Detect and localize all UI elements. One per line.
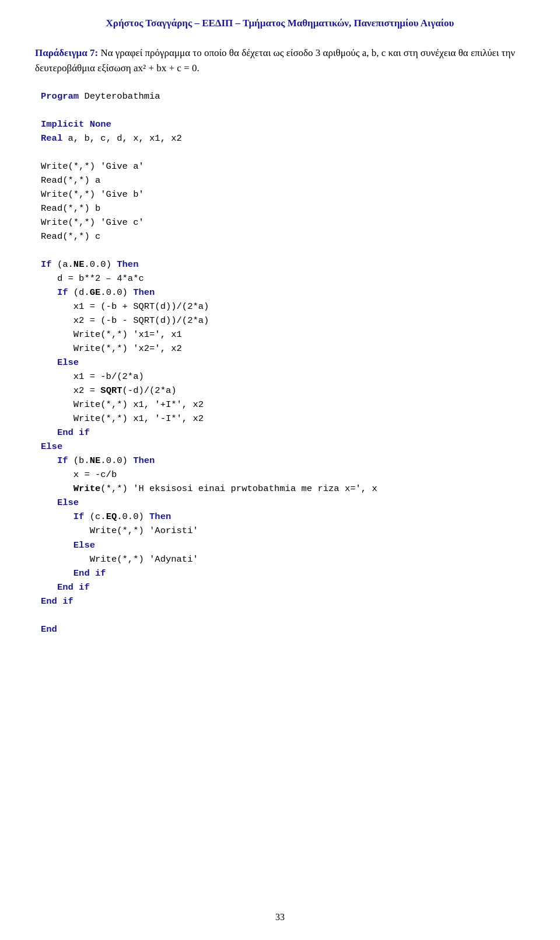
- code-section: Program Deyterobathmia Implicit None Rea…: [41, 89, 525, 636]
- else-1-line: Else: [41, 356, 525, 370]
- write-b-line: Write(*,*) 'Give b': [41, 187, 525, 201]
- ne-keyword-2: NE: [90, 455, 101, 466]
- x2-imag-line: x2 = SQRT(-d)/(2*a): [41, 384, 525, 398]
- end-if-a-line: End if: [41, 594, 525, 608]
- header-text: Χρήστος Τσαγγάρης – ΕΕΔΙΠ – Τμήματος Μαθ…: [106, 18, 454, 29]
- else-keyword-1: Else: [57, 357, 79, 368]
- if-d-ge-line: If (d.GE.0.0) Then: [41, 286, 525, 300]
- end-if-c-line: End if: [41, 566, 525, 580]
- write-x1-minus-line: Write(*,*) x1, '-I*', x2: [41, 412, 525, 426]
- write-c-line: Write(*,*) 'Give c': [41, 215, 525, 229]
- real-keyword: Real: [41, 133, 62, 144]
- write-adynati-line: Write(*,*) 'Adynati': [41, 552, 525, 566]
- eq-keyword: EQ: [106, 511, 117, 522]
- example-label: Παράδειγμα 7:: [35, 47, 98, 58]
- then-keyword-1: Then: [117, 259, 138, 270]
- end-keyword: End: [41, 624, 57, 635]
- write-bold-keyword: Write: [74, 483, 101, 494]
- end-if-keyword-4: End if: [41, 596, 74, 607]
- read-b-line: Read(*,*) b: [41, 201, 525, 215]
- end-line: End: [41, 622, 525, 636]
- end-if-keyword-3: End if: [57, 582, 90, 593]
- program-keyword: Program: [41, 91, 79, 102]
- x2-real-line: x2 = (-b - SQRT(d))/(2*a): [41, 314, 525, 328]
- end-if-d-line: End if: [41, 426, 525, 440]
- blank-line-2: [41, 145, 525, 159]
- page: Χρήστος Τσαγγάρης – ΕΕΔΙΠ – Τμήματος Μαθ…: [0, 0, 560, 940]
- intro-paragraph: Παράδειγμα 7: Να γραφεί πρόγραμμα το οπο…: [35, 46, 525, 75]
- x1-real-line: x1 = (-b + SQRT(d))/(2*a): [41, 300, 525, 314]
- if-c-eq-line: If (c.EQ.0.0) Then: [41, 510, 525, 524]
- blank-line-3: [41, 243, 525, 257]
- else-keyword-4: Else: [74, 540, 95, 551]
- write-x1-line: Write(*,*) 'x1=', x1: [41, 328, 525, 342]
- ne-keyword-1: NE: [74, 259, 85, 270]
- real-vars: a, b, c, d, x, x1, x2: [62, 133, 182, 144]
- program-line: Program Deyterobathmia: [41, 89, 525, 103]
- if-keyword-1: If: [41, 259, 52, 270]
- intro-text: Να γραφεί πρόγραμμα το οποίο θα δέχεται …: [35, 47, 515, 74]
- end-if-b-line: End if: [41, 580, 525, 594]
- if-keyword-3: If: [57, 455, 68, 466]
- x1-imag-line: x1 = -b/(2*a): [41, 370, 525, 384]
- x-calc-line: x = -c/b: [41, 468, 525, 482]
- program-name: Deyterobathmia: [79, 91, 160, 102]
- write-a-line: Write(*,*) 'Give a': [41, 159, 525, 173]
- write-prwtobathmia-line: Write(*,*) 'H eksisosi einai prwtobathmi…: [41, 482, 525, 496]
- then-keyword-2: Then: [133, 287, 155, 298]
- write-x1-plus-line: Write(*,*) x1, '+I*', x2: [41, 398, 525, 412]
- else-2-line: Else: [41, 440, 525, 454]
- d-calc-line: d = b**2 – 4*a*c: [41, 271, 525, 286]
- else-keyword-3: Else: [57, 497, 79, 508]
- if-a-ne-line: If (a.NE.0.0) Then: [41, 257, 525, 271]
- blank-line-1: [41, 103, 525, 117]
- implicit-none-line: Implicit None: [41, 117, 525, 131]
- else-3-line: Else: [41, 496, 525, 510]
- real-decl-line: Real a, b, c, d, x, x1, x2: [41, 131, 525, 145]
- blank-line-4: [41, 608, 525, 622]
- if-keyword-2: If: [57, 287, 68, 298]
- else-keyword-2: Else: [41, 441, 62, 452]
- end-if-keyword-2: End if: [74, 568, 106, 579]
- ge-keyword: GE: [90, 287, 101, 298]
- if-keyword-4: If: [74, 511, 85, 522]
- then-keyword-4: Then: [149, 511, 171, 522]
- else-4-line: Else: [41, 538, 525, 552]
- write-x2-line: Write(*,*) 'x2=', x2: [41, 342, 525, 356]
- read-c-line: Read(*,*) c: [41, 229, 525, 243]
- sqrt-keyword-1: SQRT: [100, 385, 122, 396]
- page-header: Χρήστος Τσαγγάρης – ΕΕΔΙΠ – Τμήματος Μαθ…: [35, 18, 525, 29]
- read-a-line: Read(*,*) a: [41, 173, 525, 187]
- page-number: 33: [275, 912, 285, 922]
- end-if-keyword-1: End if: [57, 427, 90, 438]
- page-number-text: 33: [275, 912, 285, 922]
- if-b-ne-line: If (b.NE.0.0) Then: [41, 454, 525, 468]
- then-keyword-3: Then: [133, 455, 155, 466]
- implicit-keyword: Implicit None: [41, 119, 111, 130]
- write-aoristi-line: Write(*,*) 'Aoristi': [41, 524, 525, 538]
